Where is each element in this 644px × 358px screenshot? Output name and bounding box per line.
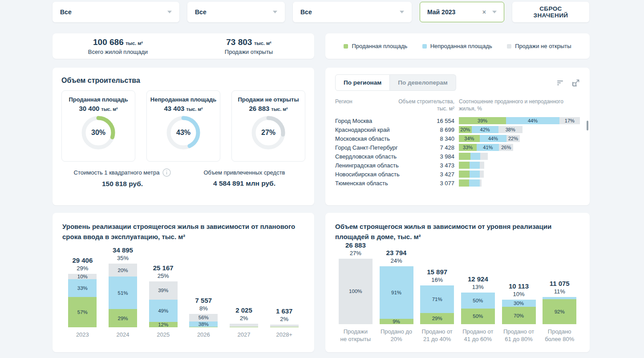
tab-by-developers[interactable]: По девелоперам (390, 74, 456, 91)
bar-total-label: 34 895 (113, 246, 133, 254)
filter-dropdown-period-value: Май 2023 (427, 8, 455, 16)
legend-label: Продажи не открыты (515, 43, 571, 49)
bar-segment-gray: 56% (189, 314, 218, 321)
region-name: Новосибирская область (335, 171, 410, 178)
chart-by-completion-year-card: Уровень реализации строящегося жилья в з… (53, 213, 314, 352)
donut-value-unit: тыс. м² (101, 106, 117, 112)
bar-stack: 20%51%29% (109, 264, 137, 327)
construction-volume-card: Объем строительства Проданная площадь30 … (53, 68, 314, 205)
bar-segment-gray (480, 179, 482, 187)
filter-dropdown-2-value: Все (195, 8, 207, 16)
filter-dropdown-1[interactable]: Все (53, 2, 179, 22)
bar-stack: 91%9% (380, 266, 413, 324)
donut-title: Проданная площадь (65, 96, 132, 103)
legend-swatch (507, 44, 511, 49)
bar-segment-blue: 49% (149, 300, 178, 322)
bar-segment-blue: 38% (189, 321, 218, 327)
donut-percent: 27% (251, 116, 285, 150)
donut-value: 30 400 тыс. м² (65, 105, 132, 112)
donut-chart: 30% (81, 116, 115, 150)
bar-segment-green: 20% (459, 126, 472, 133)
bar-stack: 39%49%12% (149, 281, 178, 327)
bar-segment-gray (230, 324, 258, 327)
region-volume: 3 473 (410, 162, 454, 169)
bar-share-label: 11% (554, 288, 565, 295)
region-name: Краснодарский край (335, 126, 410, 133)
reset-filters-button[interactable]: СБРОС ЗНАЧЕНИЙ (512, 2, 589, 22)
bar-segment-gray: 20% (109, 264, 137, 277)
chart-column: 26 88327%100%Продажи не открыты (335, 244, 376, 343)
raised-funds-value: 4 584 891 млн руб. (183, 179, 305, 187)
x-axis-label: Продано более 80% (545, 328, 574, 343)
bar-total-label: 1 637 (276, 307, 293, 315)
regions-tabs: По регионам По девелоперам (335, 74, 456, 91)
bar-segment-green (459, 179, 469, 187)
expand-icon[interactable] (572, 79, 580, 87)
chart-by-sales-level-card: Объем строящегося жилья в зависимости от… (325, 213, 590, 352)
bar-segment-blue: 44% (506, 117, 559, 124)
bar-total-label: 12 924 (468, 275, 488, 283)
filter-dropdown-1-value: Все (60, 8, 72, 16)
bar-stack (230, 324, 258, 327)
bar-stack: 30%70% (502, 300, 536, 324)
bar-segment-blue: 42% (472, 126, 498, 133)
region-name: Свердловская область (335, 153, 410, 160)
regions-table: Город Москва16 55439%44%17%Краснодарский… (335, 116, 580, 187)
bar-total-label: 26 883 (345, 241, 366, 249)
bar-share-label: 16% (431, 277, 443, 283)
chevron-down-icon (400, 11, 404, 13)
scrollbar-thumb[interactable] (587, 121, 588, 130)
bar-total-label: 15 897 (427, 268, 447, 276)
col-region: Регион (335, 98, 397, 112)
stat-total-area-label: Всего жилой площади (53, 49, 183, 55)
col-ratio: Соотношение проданного и непроданного жи… (459, 98, 580, 112)
bar-segment-blue: 41% (477, 144, 499, 151)
region-volume: 3 984 (410, 153, 454, 160)
bar-segment-gray (480, 153, 488, 160)
clear-filter-icon[interactable]: × (482, 9, 486, 15)
bar-segment-gray (480, 171, 484, 178)
bar-segment-blue: 30% (502, 300, 536, 307)
tab-by-regions[interactable]: По регионам (335, 74, 390, 91)
region-ratio-bar: 34%44%22% (459, 135, 520, 142)
bar-stack (270, 325, 299, 328)
donut-value-unit: тыс. м² (271, 106, 288, 112)
donut-value: 26 883 тыс. м² (235, 105, 302, 112)
donut-title: Непроданная площадь (150, 96, 217, 103)
region-ratio-bar (459, 162, 484, 169)
filter-dropdown-3[interactable]: Все (293, 2, 412, 22)
bar-segment-green (270, 327, 299, 327)
donut-card-2: Непроданная площадь43 403 тыс. м²43% (146, 90, 220, 162)
bar-segment-blue: 71% (420, 285, 454, 313)
x-axis-label: 2027 (238, 331, 251, 339)
bar-share-label: 8% (199, 305, 208, 312)
chart-column: 10 11310%30%70%Продано от 61 до 80% (498, 244, 539, 343)
sort-icon[interactable] (557, 80, 564, 86)
region-ratio-bar: 20%42%38% (459, 126, 522, 133)
filter-dropdown-2[interactable]: Все (187, 2, 285, 22)
info-icon[interactable] (162, 168, 171, 177)
bar-segment-blue: 91% (380, 266, 413, 319)
bar-segment-gray: 100% (339, 259, 373, 324)
table-header: Регион Объем строительства, тыс. м² Соот… (335, 98, 580, 112)
bar-share-label: 24% (390, 257, 402, 264)
chevron-down-icon (492, 11, 497, 13)
chevron-down-icon (167, 11, 172, 13)
bar-segment-green: 12% (149, 322, 178, 327)
bar-segment-green (459, 171, 470, 178)
raised-funds: Объем привлеченных средств 4 584 891 млн… (183, 168, 305, 188)
donut-chart: 43% (166, 116, 200, 150)
region-ratio-bar: 33%41%26% (459, 144, 513, 151)
chart-by-completion-year: 29 40629%10%33%57%202334 89535%20%51%29%… (62, 244, 304, 339)
legend-item-1: Проданная площадь (344, 43, 407, 49)
chart-column: 1 6372%2028+ (264, 244, 304, 339)
stat-sales-open: 73 803 тыс. м² Продажи открыты (183, 37, 314, 55)
bar-segment-blue (469, 179, 479, 187)
legend-label: Непроданная площадь (430, 43, 492, 49)
chart-by-sales-level-title: Объем строящегося жилья в зависимости от… (335, 222, 575, 242)
stat-sales-open-unit: тыс. м² (254, 41, 271, 46)
bar-total-label: 10 113 (509, 282, 529, 290)
x-axis-label: 2025 (157, 331, 170, 339)
filter-dropdown-period[interactable]: Май 2023 × (420, 2, 504, 22)
x-axis-label: Продано до 20% (381, 328, 412, 343)
